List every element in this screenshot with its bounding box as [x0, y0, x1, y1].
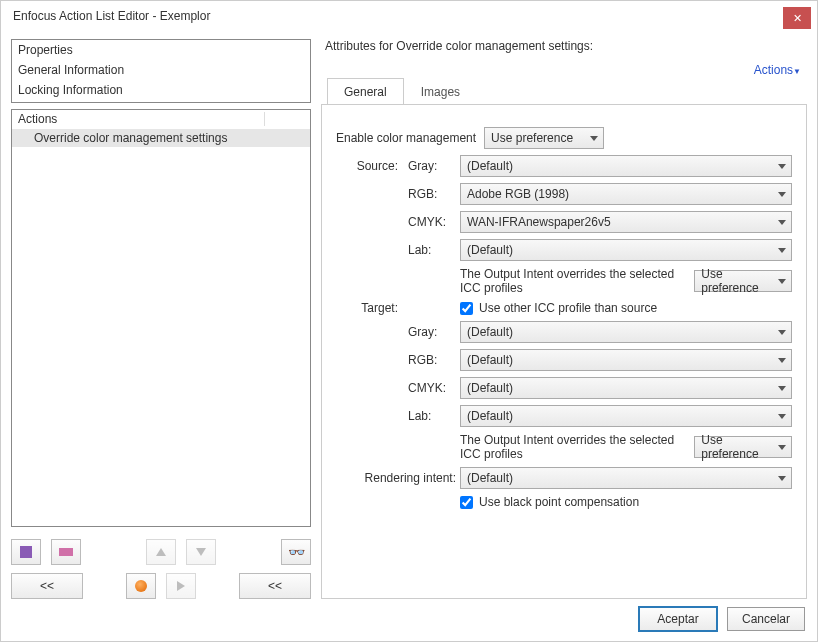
lab-label: Lab:: [402, 243, 460, 257]
window-title: Enfocus Action List Editor - Exemplor: [13, 9, 210, 23]
tab-images[interactable]: Images: [404, 78, 477, 105]
gray-label: Gray:: [402, 159, 460, 173]
source-output-intent-select[interactable]: Use preference: [694, 270, 792, 292]
target-gray-select[interactable]: (Default): [460, 321, 792, 343]
goggles-icon: 👓: [288, 544, 305, 560]
chevron-down-icon: ▼: [793, 67, 801, 76]
target-rgb-select[interactable]: (Default): [460, 349, 792, 371]
triangle-down-icon: [196, 548, 206, 556]
use-other-icc-checkbox[interactable]: [460, 302, 473, 315]
record-button[interactable]: [126, 573, 156, 599]
target-lab-select[interactable]: (Default): [460, 405, 792, 427]
actions-header: Actions: [12, 110, 310, 129]
enable-cm-select[interactable]: Use preference: [484, 127, 604, 149]
action-item[interactable]: Override color management settings: [12, 129, 310, 147]
source-lab-select[interactable]: (Default): [460, 239, 792, 261]
square-purple-icon: [20, 546, 32, 558]
source-cmyk-select[interactable]: WAN-IFRAnewspaper26v5: [460, 211, 792, 233]
play-button[interactable]: [166, 573, 196, 599]
target-cmyk-select[interactable]: (Default): [460, 377, 792, 399]
output-intent-text: The Output Intent overrides the selected…: [460, 267, 688, 295]
cancel-button[interactable]: Cancelar: [727, 607, 805, 631]
actions-menu-link[interactable]: Actions▼: [754, 63, 801, 77]
use-other-icc-label: Use other ICC profile than source: [479, 301, 657, 315]
close-button[interactable]: ✕: [783, 7, 811, 29]
enable-cm-label: Enable color management: [336, 131, 476, 145]
preview-button[interactable]: 👓: [281, 539, 311, 565]
triangle-up-icon: [156, 548, 166, 556]
move-down-button[interactable]: [186, 539, 216, 565]
black-point-checkbox[interactable]: [460, 496, 473, 509]
rgb-label: RGB:: [402, 187, 460, 201]
title-bar: Enfocus Action List Editor - Exemplor ✕: [1, 1, 817, 31]
rendering-intent-select[interactable]: (Default): [460, 467, 792, 489]
nav-first-button[interactable]: <<: [11, 573, 83, 599]
rgb-label: RGB:: [402, 353, 460, 367]
attributes-panel: Enable color management Use preference S…: [321, 104, 807, 599]
properties-list[interactable]: Properties General Information Locking I…: [11, 39, 311, 103]
source-label: Source:: [336, 159, 402, 173]
nav-prev-button[interactable]: <<: [239, 573, 311, 599]
lab-label: Lab:: [402, 409, 460, 423]
black-point-label: Use black point compensation: [479, 495, 639, 509]
cmyk-label: CMYK:: [402, 215, 460, 229]
output-intent-text: The Output Intent overrides the selected…: [460, 433, 688, 461]
cmyk-label: CMYK:: [402, 381, 460, 395]
new-action-button[interactable]: [11, 539, 41, 565]
source-rgb-select[interactable]: Adobe RGB (1998): [460, 183, 792, 205]
target-output-intent-select[interactable]: Use preference: [694, 436, 792, 458]
move-up-button[interactable]: [146, 539, 176, 565]
gray-label: Gray:: [402, 325, 460, 339]
triangle-right-icon: [177, 581, 185, 591]
source-gray-select[interactable]: (Default): [460, 155, 792, 177]
list-item[interactable]: Properties: [12, 40, 310, 60]
target-label: Target:: [336, 301, 402, 315]
attributes-title: Attributes for Override color management…: [325, 39, 807, 53]
rect-pink-icon: [59, 548, 73, 556]
list-item[interactable]: Locking Information: [12, 80, 310, 100]
delete-action-button[interactable]: [51, 539, 81, 565]
actions-list[interactable]: Actions Override color management settin…: [11, 109, 311, 527]
rendering-intent-label: Rendering intent:: [336, 471, 460, 485]
record-icon: [135, 580, 147, 592]
tab-general[interactable]: General: [327, 78, 404, 105]
list-item[interactable]: General Information: [12, 60, 310, 80]
ok-button[interactable]: Aceptar: [639, 607, 717, 631]
